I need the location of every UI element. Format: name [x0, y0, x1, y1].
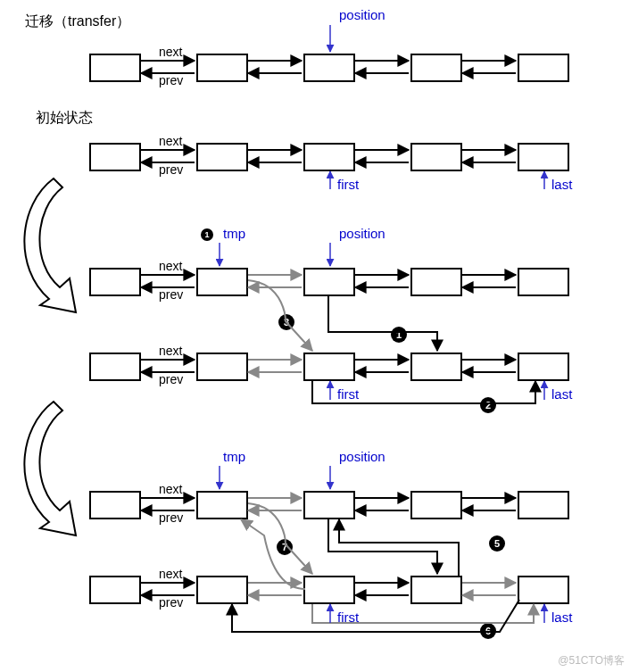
label-prev: prev	[159, 73, 183, 87]
node	[303, 353, 355, 381]
watermark: @51CTO博客	[558, 653, 625, 668]
node	[410, 54, 462, 82]
node	[89, 143, 141, 171]
label-prev: prev	[159, 595, 183, 610]
label-last-1: last	[551, 177, 572, 192]
links-overlay	[0, 0, 630, 672]
label-next: next	[159, 567, 182, 581]
node	[303, 143, 355, 171]
step-badge-3: 3	[278, 314, 294, 330]
step-badge-2: 2	[480, 397, 496, 413]
node	[518, 54, 569, 82]
label-last-2: last	[551, 386, 572, 402]
label-next: next	[159, 482, 182, 496]
subtitle: 初始状态	[36, 109, 93, 128]
label-prev: prev	[159, 287, 183, 302]
label-next: next	[159, 45, 182, 59]
node	[196, 576, 248, 604]
node	[518, 491, 569, 519]
node	[518, 268, 569, 296]
node	[410, 143, 462, 171]
node	[89, 353, 141, 381]
step-badge-1: 1	[391, 327, 407, 343]
label-first-3: first	[337, 610, 359, 625]
node	[303, 54, 355, 82]
node	[518, 576, 569, 604]
step-badge-1a: 1	[201, 228, 213, 241]
label-position-3: position	[339, 449, 385, 464]
node	[303, 268, 355, 296]
node	[410, 268, 462, 296]
node	[518, 143, 569, 171]
label-tmp-2: tmp	[223, 226, 245, 241]
node	[196, 54, 248, 82]
title: 迁移（transfer）	[25, 12, 130, 31]
node	[89, 54, 141, 82]
label-next: next	[159, 259, 182, 273]
node	[196, 353, 248, 381]
label-prev: prev	[159, 372, 183, 386]
label-first-1: first	[337, 177, 359, 192]
label-tmp-3: tmp	[223, 449, 245, 464]
label-last-3: last	[551, 610, 572, 625]
node	[518, 353, 569, 381]
node	[410, 576, 462, 604]
label-position-2: position	[339, 226, 385, 241]
label-first-2: first	[337, 386, 359, 402]
node	[196, 143, 248, 171]
node	[196, 491, 248, 519]
node	[89, 576, 141, 604]
node	[410, 491, 462, 519]
node	[89, 491, 141, 519]
node	[196, 268, 248, 296]
label-next: next	[159, 134, 182, 148]
label-next: next	[159, 344, 182, 358]
step-badge-6: 6	[480, 623, 496, 639]
node	[303, 491, 355, 519]
label-prev: prev	[159, 510, 183, 525]
step-badge-5: 5	[489, 535, 505, 552]
step-badge-7: 7	[277, 539, 293, 555]
node	[89, 268, 141, 296]
label-prev: prev	[159, 162, 183, 177]
node	[410, 353, 462, 381]
label-position-1: position	[339, 7, 385, 22]
node	[303, 576, 355, 604]
